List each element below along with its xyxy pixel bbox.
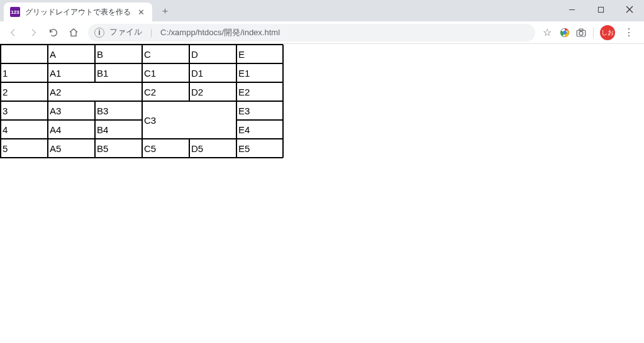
grid-cell: D2 xyxy=(189,82,236,101)
grid-cell: B4 xyxy=(95,120,142,139)
browser-tab[interactable]: 123 グリッドレイアウトで表を作る ✕ xyxy=(4,3,152,21)
profile-avatar[interactable]: しお xyxy=(600,25,615,40)
info-icon[interactable]: i xyxy=(94,28,104,38)
grid-cell xyxy=(1,45,48,63)
grid-cell: A2 xyxy=(48,82,142,101)
grid-cell: E xyxy=(236,45,284,63)
grid-cell: D5 xyxy=(189,139,236,158)
window-titlebar: 123 グリッドレイアウトで表を作る ✕ ＋ xyxy=(0,0,644,21)
grid-cell: E4 xyxy=(236,120,284,139)
grid-cell: A5 xyxy=(48,139,95,158)
camera-extension-icon[interactable] xyxy=(575,27,587,38)
grid-cell: C xyxy=(142,45,189,63)
window-controls xyxy=(557,0,644,19)
close-window-button[interactable] xyxy=(615,0,644,19)
grid-cell: A3 xyxy=(48,101,95,120)
grid-cell: D1 xyxy=(189,63,236,82)
grid-cell: E5 xyxy=(236,139,284,158)
svg-point-6 xyxy=(563,31,567,35)
tab-strip: 123 グリッドレイアウトで表を作る ✕ ＋ xyxy=(0,0,174,21)
grid-cell: A xyxy=(48,45,95,63)
grid-cell: E2 xyxy=(236,82,284,101)
reload-button[interactable] xyxy=(44,23,63,42)
grid-cell: 4 xyxy=(1,120,48,139)
new-tab-button[interactable]: ＋ xyxy=(156,2,174,19)
forward-button[interactable] xyxy=(24,23,43,42)
close-tab-button[interactable]: ✕ xyxy=(136,7,146,17)
favicon-icon: 123 xyxy=(10,7,20,17)
grid-cell: C1 xyxy=(142,63,189,82)
address-bar[interactable]: i ファイル ｜ C:/xampp/htdocs/開発/index.html xyxy=(88,24,535,41)
toolbar-separator xyxy=(593,27,594,38)
grid-cell: A1 xyxy=(48,63,95,82)
grid-cell: B xyxy=(95,45,142,63)
svg-point-8 xyxy=(579,31,583,35)
back-button[interactable] xyxy=(4,23,23,42)
url-scheme-label: ファイル xyxy=(109,27,142,38)
browser-toolbar: i ファイル ｜ C:/xampp/htdocs/開発/index.html ☆… xyxy=(0,21,644,44)
url-text: C:/xampp/htdocs/開発/index.html xyxy=(160,27,280,38)
bookmark-star-icon[interactable]: ☆ xyxy=(540,26,554,38)
grid-cell: E3 xyxy=(236,101,284,120)
grid-cell: B1 xyxy=(95,63,142,82)
grid-cell: B5 xyxy=(95,139,142,158)
grid-cell: 5 xyxy=(1,139,48,158)
menu-button[interactable]: ⋮ xyxy=(620,26,638,38)
grid-cell: C2 xyxy=(142,82,189,101)
grid-cell: C3 xyxy=(142,101,236,139)
grid-table: ABCDE1A1B1C1D1E12A2C2D2E23A3B3C3E34A4B4E… xyxy=(0,44,283,158)
url-separator: ｜ xyxy=(147,27,155,38)
chrome-extension-icon[interactable] xyxy=(559,27,570,38)
grid-cell: 1 xyxy=(1,63,48,82)
grid-cell: 2 xyxy=(1,82,48,101)
home-button[interactable] xyxy=(64,23,83,42)
maximize-button[interactable] xyxy=(586,0,615,19)
tab-title: グリッドレイアウトで表を作る xyxy=(25,7,131,18)
grid-cell: A4 xyxy=(48,120,95,139)
grid-cell: B3 xyxy=(95,101,142,120)
page-content: ABCDE1A1B1C1D1E12A2C2D2E23A3B3C3E34A4B4E… xyxy=(0,44,644,158)
svg-rect-1 xyxy=(598,7,603,12)
minimize-button[interactable] xyxy=(557,0,586,19)
grid-cell: C5 xyxy=(142,139,189,158)
toolbar-right: ☆ しお ⋮ xyxy=(540,25,640,40)
grid-cell: E1 xyxy=(236,63,284,82)
svg-rect-9 xyxy=(579,29,583,31)
grid-cell: D xyxy=(189,45,236,63)
grid-cell: 3 xyxy=(1,101,48,120)
